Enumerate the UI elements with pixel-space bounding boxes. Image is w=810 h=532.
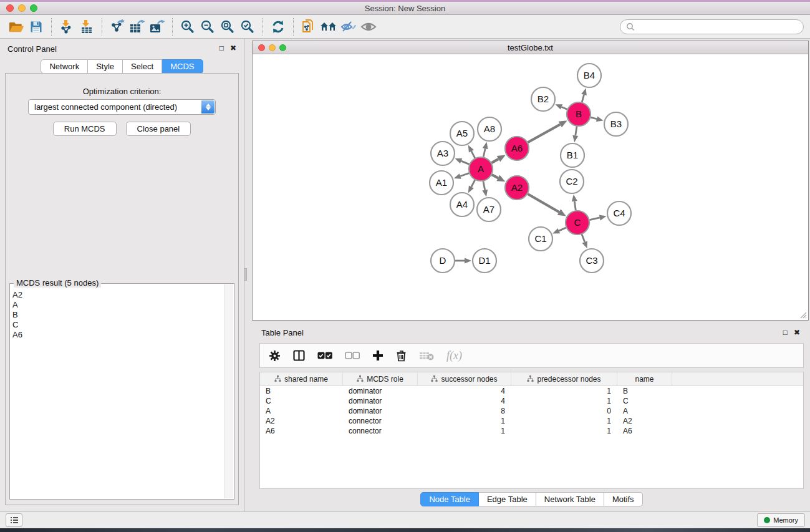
graph-edge-A-A6[interactable] — [491, 159, 498, 163]
graph-edge-C-C3[interactable] — [582, 235, 585, 242]
float-panel-icon[interactable]: □ — [219, 44, 224, 52]
zoom-out-button[interactable] — [198, 17, 218, 36]
graph-edge-A-A4[interactable] — [471, 180, 475, 187]
network-canvas[interactable]: B4B2BB3A5A8A6B1A3AC2A1A2A4A7C4CC1C3DD1 — [253, 55, 808, 320]
table-row[interactable]: Cdominator41C — [260, 396, 803, 406]
column-header-predecessor-nodes[interactable]: predecessor nodes — [511, 372, 617, 385]
tab-edge-table[interactable]: Edge Table — [479, 492, 536, 506]
search-field[interactable] — [620, 19, 804, 34]
graph-edge-A-A1[interactable] — [460, 173, 469, 177]
close-table-panel-icon[interactable]: ✖ — [794, 329, 800, 336]
graph-edge-B-B2[interactable] — [561, 107, 567, 109]
show-hide-button[interactable] — [359, 17, 378, 36]
table-row[interactable]: A2connector11A2 — [260, 416, 803, 426]
search-input[interactable] — [639, 22, 798, 31]
export-table-button[interactable] — [127, 17, 147, 36]
delete-table-button[interactable] — [419, 351, 434, 360]
export-image-button[interactable] — [147, 17, 167, 36]
import-network-button[interactable] — [57, 17, 77, 36]
table-settings-button[interactable] — [269, 350, 281, 362]
result-item[interactable]: C — [12, 320, 223, 330]
graph-edge-B-B4[interactable] — [582, 95, 584, 102]
function-builder-button[interactable]: f(x) — [446, 349, 462, 362]
graph-edge-A6-B[interactable] — [528, 125, 560, 143]
column-type-icon — [431, 375, 438, 382]
delete-column-button[interactable] — [396, 350, 407, 362]
tab-mcds[interactable]: MCDS — [162, 59, 203, 74]
import-network-icon — [59, 19, 74, 34]
result-item[interactable]: A — [12, 300, 223, 310]
export-network-button[interactable] — [107, 17, 127, 36]
result-item[interactable]: A2 — [12, 290, 223, 300]
column-header-successor-nodes[interactable]: successor nodes — [418, 372, 511, 385]
split-divider-handle[interactable] — [244, 268, 247, 281]
table-row[interactable]: A6connector11A6 — [260, 426, 803, 436]
table-cell: B — [260, 387, 343, 395]
toggle-graphics-details-button[interactable] — [339, 17, 359, 36]
graph-edge-A-A3[interactable] — [461, 161, 470, 164]
graph-edge-B-B3[interactable] — [591, 117, 597, 119]
close-panel-button[interactable]: Close panel — [126, 122, 191, 136]
split-view-button[interactable] — [293, 350, 305, 361]
column-header-MCDS-role[interactable]: MCDS role — [343, 372, 418, 385]
graph-edge-A2-C[interactable] — [528, 194, 559, 212]
graph-edge-C-C2[interactable] — [574, 201, 576, 210]
tab-node-table[interactable]: Node Table — [420, 492, 479, 506]
plus-icon — [372, 350, 383, 361]
column-type-icon — [274, 375, 281, 382]
import-table-button[interactable] — [77, 17, 97, 36]
table-row[interactable]: Bdominator41B — [260, 386, 803, 396]
table-cell: A2 — [617, 417, 672, 425]
refresh-button[interactable] — [268, 17, 288, 36]
graph-edge-A-A8[interactable] — [483, 148, 485, 157]
zoom-in-button[interactable] — [178, 17, 198, 36]
edge-arrowhead-icon — [465, 258, 471, 264]
tab-network[interactable]: Network — [41, 59, 88, 74]
resize-grip-icon[interactable] — [799, 311, 807, 319]
column-header-shared-name[interactable]: shared name — [260, 372, 343, 385]
graph-edge-C-C1[interactable] — [559, 228, 566, 231]
result-scrollbar[interactable] — [224, 284, 233, 498]
unselect-all-button[interactable] — [345, 352, 360, 359]
node-table-body: Bdominator41BCdominator41CAdominator80AA… — [260, 386, 803, 436]
table-cell: A — [617, 407, 672, 415]
graph-edge-C-C4[interactable] — [590, 218, 600, 220]
run-mcds-button[interactable]: Run MCDS — [53, 122, 117, 136]
graph-edge-A-A5[interactable] — [471, 151, 475, 158]
save-session-button[interactable] — [26, 17, 46, 36]
edge-arrowhead-icon — [552, 228, 560, 234]
open-session-button[interactable] — [6, 17, 26, 36]
result-item[interactable]: B — [12, 310, 223, 320]
graph-edge-A-A2[interactable] — [492, 175, 498, 178]
tab-style[interactable]: Style — [88, 59, 123, 74]
result-item[interactable]: A6 — [12, 330, 223, 340]
tab-select[interactable]: Select — [123, 59, 162, 74]
float-table-panel-icon[interactable]: □ — [783, 329, 788, 336]
criterion-select[interactable]: largest connected component (directed) — [28, 99, 216, 115]
zoom-fit-button[interactable] — [218, 17, 238, 36]
graph-node-label: A2 — [511, 182, 523, 193]
select-all-button[interactable] — [317, 352, 332, 359]
duplicate-network-button[interactable] — [299, 17, 319, 36]
refresh-icon — [271, 19, 286, 34]
table-cell: 1 — [511, 397, 617, 405]
add-column-button[interactable] — [372, 350, 383, 361]
close-panel-icon[interactable]: ✖ — [230, 44, 236, 52]
edge-arrowhead-icon — [482, 190, 488, 197]
graph-node-label: C4 — [613, 208, 625, 218]
tab-motifs[interactable]: Motifs — [604, 492, 643, 506]
graph-edge-B-B1[interactable] — [576, 127, 577, 136]
table-cell: A — [260, 407, 343, 415]
table-row[interactable]: Adominator80A — [260, 406, 803, 416]
optimization-criterion-label: Optimization criterion: — [6, 87, 238, 96]
console-button[interactable] — [6, 513, 22, 527]
export-network-icon — [109, 19, 125, 34]
edge-arrowhead-icon — [596, 116, 604, 122]
column-header-name[interactable]: name — [617, 372, 672, 385]
graph-edge-A-A7[interactable] — [483, 181, 485, 190]
houses-button[interactable] — [319, 17, 339, 36]
memory-button[interactable]: Memory — [757, 513, 805, 527]
tab-network-table[interactable]: Network Table — [536, 492, 604, 506]
graph-node-label: C2 — [566, 176, 577, 186]
zoom-selected-button[interactable] — [238, 17, 258, 36]
